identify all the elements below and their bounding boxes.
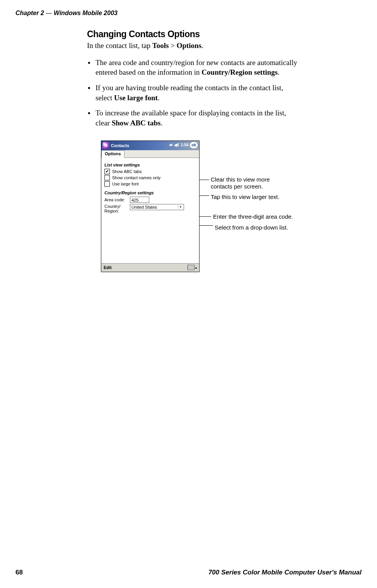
volume-icon[interactable]: ◀€	[174, 143, 179, 147]
bottombar: Edit ▴	[101, 263, 199, 272]
list-item: If you are having trouble reading the co…	[87, 83, 302, 103]
sip-button[interactable]: ▴	[188, 265, 197, 270]
list-item: The area code and country/region for new…	[87, 58, 302, 77]
options-panel: List view settings ✔ Show ABC tabs Show …	[101, 158, 199, 216]
connectivity-icon[interactable]: ⇄	[169, 143, 172, 147]
checkbox-label: Show contact names only	[112, 175, 160, 180]
figure: ⊞ Contacts ⇄ ◀€ 1:54 ok Options List vie…	[101, 141, 364, 280]
checkbox-label: Use large font	[112, 182, 138, 186]
tabbar: Options	[101, 150, 199, 158]
bullet-post: .	[160, 119, 162, 127]
area-code-input[interactable]: 425	[130, 197, 149, 203]
callout-dropdown: Select from a drop-down list.	[215, 224, 288, 231]
checkbox-label: Show ABC tabs	[112, 169, 142, 174]
checkbox-large-font[interactable]: Use large font	[104, 181, 196, 187]
intro-paragraph: In the contact list, tap Tools > Options…	[87, 41, 302, 51]
page-number: 68	[15, 569, 23, 576]
main-content: Changing Contacts Options In the contact…	[87, 29, 302, 280]
intro-text: In the contact list, tap	[87, 41, 152, 50]
edit-menu[interactable]: Edit	[104, 265, 112, 270]
titlebar: ⊞ Contacts ⇄ ◀€ 1:54 ok	[101, 141, 199, 150]
clock: 1:54	[181, 143, 188, 147]
intro-tools: Tools	[152, 41, 169, 50]
checkbox-show-abc[interactable]: ✔ Show ABC tabs	[104, 169, 196, 174]
start-icon[interactable]: ⊞	[102, 142, 109, 149]
page-footer: 68 700 Series Color Mobile Computer User…	[15, 569, 362, 576]
manual-title: 700 Series Color Mobile Computer User's …	[208, 569, 362, 576]
bullet-bold: Use large font	[114, 94, 158, 102]
bullet-bold: Show ABC tabs	[112, 119, 161, 127]
keyboard-icon	[188, 265, 194, 270]
chevron-up-icon[interactable]: ▴	[195, 266, 197, 269]
area-code-row: Area code: 425	[104, 197, 196, 203]
bullet-bold: Country/Region settings	[201, 68, 278, 76]
dropdown-value: United States	[131, 205, 157, 209]
callout-line: Clear this to view more	[211, 176, 270, 183]
intro-gt: >	[169, 41, 176, 50]
tab-options[interactable]: Options	[101, 150, 125, 158]
country-label: Country/ Region:	[104, 204, 128, 213]
intro-options: Options	[177, 41, 201, 50]
chevron-down-icon[interactable]: ▾	[178, 205, 183, 209]
country-dropdown[interactable]: United States ▾	[130, 204, 184, 210]
country-row: Country/ Region: United States ▾	[104, 204, 196, 213]
chapter-number: Chapter 2	[15, 10, 44, 16]
group-country-region: Country/Region settings	[104, 190, 196, 195]
app-title: Contacts	[111, 143, 129, 148]
intro-period: .	[201, 41, 203, 50]
device-screenshot: ⊞ Contacts ⇄ ◀€ 1:54 ok Options List vie…	[101, 141, 200, 272]
section-title: Changing Contacts Options	[87, 29, 302, 39]
page-header: Chapter 2 — Windows Mobile 2003	[15, 10, 362, 17]
checkbox-icon[interactable]	[104, 181, 110, 187]
list-item: To increase the available space for disp…	[87, 108, 302, 128]
bullet-post: .	[158, 94, 160, 102]
callout-clear-abc: Clear this to view more contacts per scr…	[211, 176, 270, 191]
bullet-list: The area code and country/region for new…	[87, 58, 302, 128]
ok-button[interactable]: ok	[190, 142, 198, 148]
callout-line: contacts per screen.	[211, 183, 270, 190]
checkbox-icon[interactable]: ✔	[104, 169, 110, 174]
callout-large-font: Tap this to view larger text.	[211, 194, 280, 201]
checkbox-icon[interactable]	[104, 175, 110, 180]
header-dash: —	[46, 10, 52, 16]
group-list-view: List view settings	[104, 163, 196, 167]
checkbox-names-only[interactable]: Show contact names only	[104, 175, 196, 180]
area-code-label: Area code:	[104, 197, 128, 202]
chapter-title: Windows Mobile 2003	[54, 10, 118, 16]
callout-area-code: Enter the three-digit area code.	[213, 213, 293, 221]
bullet-post: .	[278, 68, 280, 76]
